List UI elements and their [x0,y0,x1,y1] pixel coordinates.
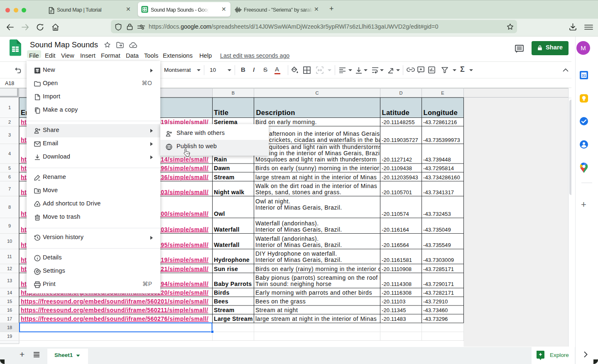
svg-text:-43.735549: -43.735549 [423,242,451,248]
svg-text:15: 15 [7,299,12,304]
svg-text:Dawn: Dawn [214,165,230,171]
svg-text:31: 31 [582,73,586,78]
svg-text:Birds on early (rainy) morning: Birds on early (rainy) morning in the in… [255,266,384,272]
svg-text:1: 1 [8,105,11,110]
svg-text:-20.11483: -20.11483 [382,316,406,322]
svg-text:Baby Parrots: Baby Parrots [214,281,252,287]
svg-text:B: B [232,90,235,95]
svg-text:10: 10 [7,239,12,244]
svg-text:quitoes and light rain with th: quitoes and light rain with thunderstorm… [269,144,382,150]
svg-text:8: 8 [8,205,11,210]
svg-text:Stream: Stream [214,307,235,313]
svg-text:-43.72861216: -43.72861216 [423,119,457,125]
svg-text:-43.7303009: -43.7303009 [423,257,454,263]
svg-text:Hydrophone: Hydrophone [214,257,250,263]
svg-text:Twin sound: neighing horse: Twin sound: neighing horse [255,281,331,287]
svg-text:-43.739448: -43.739448 [423,156,451,163]
svg-text:Mosquitoes and light rain with: Mosquitoes and light rain with thunderst… [255,156,377,163]
svg-text:16: 16 [7,308,12,313]
svg-text:Waterfall (andorinhas).: Waterfall (andorinhas). [255,235,319,242]
svg-text:-20.11345: -20.11345 [382,307,406,313]
svg-text:crickets, cicadas and waterfal: crickets, cicadas and waterfalls in the … [269,137,382,143]
svg-text:DIY Hydrophone on waterfall.: DIY Hydrophone on waterfall. [255,250,337,257]
svg-text:Night walk: Night walk [214,189,245,195]
svg-text:https://freesound.org/embed/so: https://freesound.org/embed/sound/iframe… [21,307,208,313]
svg-text:9: 9 [8,223,11,228]
svg-text:3: 3 [8,132,11,137]
svg-text:-43.7282171: -43.7282171 [423,290,454,296]
svg-text:-43.735049: -43.735049 [423,227,451,233]
svg-text:https://freesound.org/embed/so: https://freesound.org/embed/sound/iframe… [21,298,208,305]
svg-text:5: 5 [8,166,11,171]
svg-text:12: 12 [7,266,12,271]
svg-text:-20.1114308: -20.1114308 [382,281,412,287]
svg-text:Waterfall (andorinhas).: Waterfall (andorinhas). [255,220,319,227]
svg-text:Stream at night: Stream at night [255,307,298,313]
svg-text:Birds on early (sunny) morning: Birds on early (sunny) morning in the in… [255,165,379,171]
svg-text:-43.732453: -43.732453 [423,211,451,217]
svg-text:17: 17 [7,316,12,321]
svg-text:18: 18 [7,325,12,330]
svg-text:-43.73296: -43.73296 [423,316,448,322]
svg-text:-20.1116308: -20.1116308 [382,290,412,296]
svg-text:Interior of Minas Gerais, Braz: Interior of Minas Gerais, Brazil. [255,226,342,233]
svg-text:E: E [441,90,444,95]
svg-text:https://freesound.org/embed/so: https://freesound.org/embed/sound/iframe… [21,315,208,322]
svg-text:large stream at night in the i: large stream at night in the interior of… [255,315,377,322]
svg-text:6: 6 [8,174,11,179]
svg-text:Large Stream: Large Stream [214,315,253,322]
svg-text:Interior of Minas Gerais, Braz: Interior of Minas Gerais, Brazil. [255,242,342,248]
svg-text:-20.116164: -20.116164 [382,227,409,233]
svg-text:Early morning with parrots and: Early morning with parrots and other bir… [255,289,372,296]
svg-text:Steps, sand, stones and grass.: Steps, sand, stones and grass. [255,189,341,195]
svg-text:-20.110574: -20.110574 [382,211,409,217]
svg-text:4: 4 [8,151,11,156]
svg-text:-20.112035943: -20.112035943 [382,174,418,181]
svg-text:-20.1127142: -20.1127142 [382,156,412,163]
svg-text:-20.11103: -20.11103 [382,298,406,305]
svg-text:7: 7 [8,186,11,191]
svg-text:Rain: Rain [214,156,227,163]
svg-text:Bees on the grass: Bees on the grass [255,298,306,305]
svg-text:D: D [399,90,403,95]
svg-text:-20.119035727: -20.119035727 [382,137,418,143]
svg-text:Sun rise: Sun rise [214,266,238,272]
svg-text:-43.7290171: -43.7290171 [423,281,454,287]
svg-text:-20.1109438: -20.1109438 [382,165,412,171]
svg-text:Description: Description [256,109,295,116]
svg-text:Birds: Birds [214,289,230,296]
svg-text:Owl at night.: Owl at night. [255,198,290,205]
svg-text:-20.1161581: -20.1161581 [382,257,412,263]
svg-text:-20.1110908: -20.1110908 [382,266,412,272]
svg-text:Interior of Minas Gerais, Braz: Interior of Minas Gerais, Brazil. [255,257,342,263]
svg-text:Interior of Minas Gerais, Braz: Interior of Minas Gerais, Brazil. [255,204,342,211]
svg-text:Waterfall: Waterfall [214,226,240,233]
svg-text:large stream at night in the i: large stream at night in the interior of… [255,174,377,181]
svg-text:19: 19 [7,334,12,339]
svg-text:11: 11 [7,254,12,259]
svg-text:Title: Title [214,109,228,116]
svg-text:Owl: Owl [214,210,225,217]
svg-text:-43.7285171: -43.7285171 [423,266,454,272]
svg-text:Latitude: Latitude [382,109,410,116]
svg-text:Longitude: Longitude [424,109,458,116]
svg-text:Bees: Bees [214,298,228,305]
svg-text:-43.734286160: -43.734286160 [423,174,460,181]
svg-text:afternoon in the interior of M: afternoon in the interior of Minas Gerai… [269,130,382,137]
svg-text:Walk on the dirt road in the: Walk on the dirt road in the interior of… [255,183,377,189]
svg-text:C: C [316,90,319,95]
svg-text:-20.11148255: -20.11148255 [382,119,415,125]
svg-text:13: 13 [7,278,12,283]
svg-text:-20.116564: -20.116564 [382,242,409,248]
svg-text:2: 2 [8,120,11,125]
svg-text:-43.735399973: -43.735399973 [423,137,460,143]
svg-text:-43.72910: -43.72910 [423,298,448,305]
svg-text:ning in the interior of Minas: ning in the interior of Minas Gerais, Br… [266,150,383,156]
svg-text:-43.73460: -43.73460 [423,307,448,313]
svg-text:-20.1105701: -20.1105701 [382,189,412,195]
svg-text:Stream: Stream [214,174,235,181]
svg-text:Baby pionus (parrots) screamin: Baby pionus (parrots) screaming on the r… [255,274,385,281]
svg-text:Waterfall: Waterfall [214,242,240,248]
svg-text:14: 14 [7,290,12,295]
svg-text:-43.7341317: -43.7341317 [423,189,454,195]
